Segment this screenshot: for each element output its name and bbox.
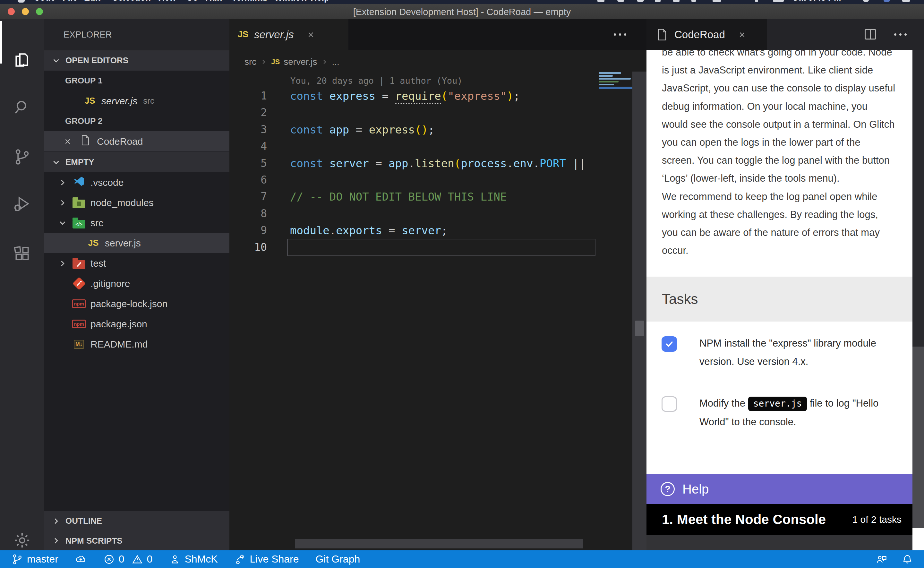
menu-selection[interactable]: Selection xyxy=(112,0,151,3)
minimap-line xyxy=(599,72,621,74)
menubar-status-icon xyxy=(617,0,624,2)
task-2-text: Modify the server.js file to log "Hello … xyxy=(699,394,911,431)
paragraph-line: occur. xyxy=(662,242,917,260)
tree-item--vscode[interactable]: .vscode xyxy=(44,172,229,193)
tree-item-server-js[interactable]: JSserver.js xyxy=(44,233,229,253)
close-editor-icon[interactable] xyxy=(63,137,72,146)
breadcrumb-more[interactable]: ... xyxy=(332,57,339,67)
line-number-gutter: 12345678910 xyxy=(229,88,267,256)
tab-coderoad[interactable]: CodeRoad xyxy=(647,19,767,50)
notifications-bell-icon[interactable] xyxy=(901,554,913,565)
blame-annotation[interactable]: You, 20 days ago | 1 author (You) xyxy=(290,76,462,86)
errors-icon xyxy=(103,554,115,565)
horizontal-scrollbar[interactable] xyxy=(295,539,583,548)
publish-changes-button[interactable] xyxy=(75,554,87,565)
open-editor-server-js[interactable]: JSserver.jssrc xyxy=(44,91,229,111)
help-label: Help xyxy=(683,482,709,497)
open-editor-coderoad[interactable]: CodeRoad xyxy=(44,131,229,151)
menubar-status-icon xyxy=(755,0,758,2)
tree-item-readme-md[interactable]: M↓README.md xyxy=(44,334,229,354)
menu-go[interactable]: Go xyxy=(186,0,198,3)
tab-server-js[interactable]: JS server.js xyxy=(229,19,348,50)
menubar-clock: Sat 9:43 PM xyxy=(793,0,841,3)
problems-status[interactable]: 0 0 xyxy=(103,553,153,565)
task-checkbox-unchecked[interactable] xyxy=(662,396,677,412)
help-bar[interactable]: ? Help xyxy=(647,474,912,504)
person-icon xyxy=(169,554,181,565)
paragraph-line: JavaScript, you can use the console to d… xyxy=(662,79,917,97)
activity-bar xyxy=(0,19,44,550)
extensions-view-icon[interactable] xyxy=(0,231,44,276)
close-tab-icon[interactable] xyxy=(307,30,315,39)
paragraph-line: be able to check what's going on in your… xyxy=(662,50,917,61)
run-debug-view-icon[interactable] xyxy=(0,182,44,227)
search-view-icon[interactable] xyxy=(0,85,44,130)
source-control-view-icon[interactable] xyxy=(0,134,44,180)
lesson-progress-badge: 1 of 2 tasks xyxy=(852,514,901,525)
task-1-text: NPM install the "express" library module… xyxy=(699,334,911,371)
git-icon xyxy=(72,277,85,290)
open-editors-group[interactable]: GROUP 2 xyxy=(44,111,229,131)
account-status[interactable]: ShMcK xyxy=(169,553,217,565)
lesson-bar[interactable]: 1. Meet the Node Console 1 of 2 tasks xyxy=(647,504,912,535)
scrollbar-thumb[interactable] xyxy=(635,320,644,336)
more-actions-icon[interactable] xyxy=(894,33,907,36)
menubar-status-icon xyxy=(673,0,680,2)
feedback-icon[interactable] xyxy=(876,554,888,565)
git-graph-button[interactable]: Git Graph xyxy=(316,553,360,565)
tree-item-test[interactable]: test xyxy=(44,253,229,273)
split-editor-icon[interactable] xyxy=(863,27,877,41)
siri-icon xyxy=(883,0,890,2)
cloud-upload-icon xyxy=(75,554,87,565)
open-editors-label: OPEN EDITORS xyxy=(65,56,128,65)
tree-item-src[interactable]: </>src xyxy=(44,213,229,233)
tree-item-package-json[interactable]: npmpackage.json xyxy=(44,314,229,334)
chevron-right-icon xyxy=(260,58,267,65)
status-bar: master 0 0 xyxy=(0,550,924,568)
vscode-window: CodeFileEditSelectionViewGoRunTerminalWi… xyxy=(0,0,924,568)
menu-terminal[interactable]: Terminal xyxy=(232,0,267,3)
folder-src-icon: </> xyxy=(72,220,85,228)
code-editor[interactable]: const express = require("express");const… xyxy=(290,88,585,256)
menu-run[interactable]: Run xyxy=(205,0,222,3)
webview-scrollbar-thumb[interactable] xyxy=(912,50,924,347)
webview-scrollbar-track[interactable] xyxy=(912,347,924,528)
breadcrumb-folder[interactable]: src xyxy=(244,57,256,67)
tree-item-node-modules[interactable]: node_modules xyxy=(44,193,229,213)
code-chip: server.js xyxy=(748,397,807,411)
paragraph-line: working at these challenges. By reading … xyxy=(662,206,917,224)
paragraph-line: ‘Logs’ (lower-left, inside the tools men… xyxy=(662,169,917,187)
menu-window[interactable]: Window xyxy=(274,0,307,3)
vertical-scrollbar[interactable] xyxy=(632,71,647,550)
paragraph-line: you can be aware of the nature of errors… xyxy=(662,224,917,242)
menu-code[interactable]: Code xyxy=(34,0,56,3)
minimap-line xyxy=(599,84,614,85)
explorer-view-icon[interactable] xyxy=(0,38,44,83)
open-editors-header[interactable]: OPEN EDITORS xyxy=(44,50,229,71)
task-checkbox-checked[interactable] xyxy=(662,336,677,352)
npm-scripts-section-header[interactable]: NPM SCRIPTS xyxy=(44,531,229,550)
tree-item-package-lock-json[interactable]: npmpackage-lock.json xyxy=(44,294,229,314)
menu-file[interactable]: File xyxy=(63,0,78,3)
breadcrumb[interactable]: src JS server.js ... xyxy=(229,50,647,74)
close-tab-icon[interactable] xyxy=(738,30,746,39)
menu-help[interactable]: Help xyxy=(311,0,330,3)
outline-section-header[interactable]: OUTLINE xyxy=(44,511,229,531)
breadcrumb-file[interactable]: server.js xyxy=(283,57,317,67)
open-editors-group[interactable]: GROUP 1 xyxy=(44,71,229,91)
md-icon: M↓ xyxy=(74,340,84,349)
macos-menu-bar: CodeFileEditSelectionViewGoRunTerminalWi… xyxy=(0,0,924,4)
window-title-bar[interactable]: [Extension Development Host] - CodeRoad … xyxy=(0,4,924,19)
git-branch-status[interactable]: master xyxy=(12,553,59,565)
tasks-header: Tasks xyxy=(647,276,912,322)
workspace-section-header[interactable]: EMPTY xyxy=(44,152,229,172)
more-actions-icon[interactable] xyxy=(614,33,626,36)
menu-edit[interactable]: Edit xyxy=(84,0,100,3)
window-title: [Extension Development Host] - CodeRoad … xyxy=(0,7,924,17)
menu-view[interactable]: View xyxy=(157,0,176,3)
tab-bar: JS server.js xyxy=(229,19,647,50)
live-share-button[interactable]: Live Share xyxy=(235,553,299,565)
minimap[interactable] xyxy=(599,72,632,89)
tree-item--gitignore[interactable]: .gitignore xyxy=(44,273,229,294)
explorer-sidebar: EXPLORER OPEN EDITORS GROUP 1JSserver.js… xyxy=(44,19,229,550)
